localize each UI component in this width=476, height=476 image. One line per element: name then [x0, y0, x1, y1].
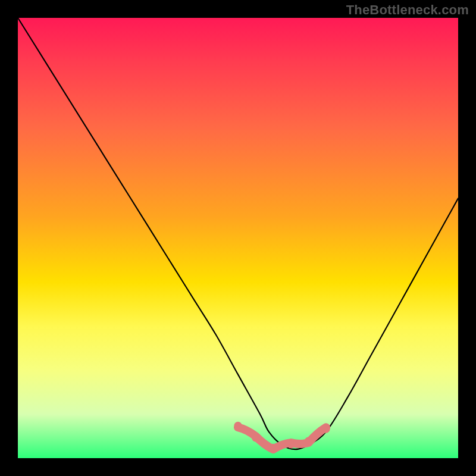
plot-area — [18, 18, 458, 458]
highlight-dot — [322, 425, 330, 433]
bottleneck-curve — [18, 18, 458, 449]
highlight-dot — [305, 437, 312, 445]
chart-svg — [18, 18, 458, 458]
optimal-range-marker — [238, 427, 326, 449]
highlight-dot — [234, 422, 242, 430]
highlight-dot — [252, 434, 259, 442]
highlight-dot — [287, 441, 295, 449]
highlight-dot — [270, 444, 277, 452]
watermark-text: TheBottleneck.com — [346, 2, 469, 18]
chart-frame: TheBottleneck.com — [0, 0, 476, 476]
